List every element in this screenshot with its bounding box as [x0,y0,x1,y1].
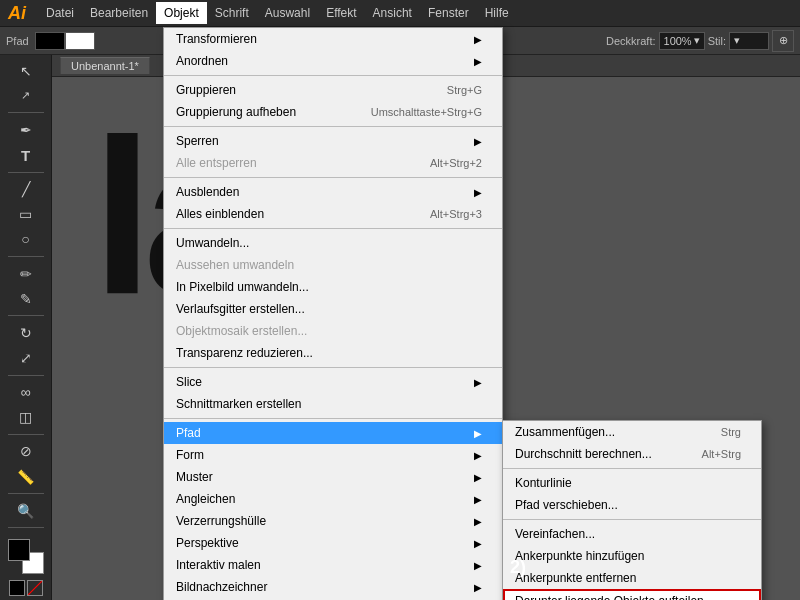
tool-separator-8 [8,527,44,528]
menu-auswahl[interactable]: Auswahl [257,2,318,24]
menu-alle-entsperren: Alle entsperren Alt+Strg+2 [164,152,502,174]
submenu-ankerpunkte-hinzufugen[interactable]: Ankerpunkte hinzufügen [503,545,761,567]
toolbar-color-box2 [65,32,95,50]
deckkraft-dropdown[interactable]: 100% ▾ [659,32,705,50]
tool-select[interactable]: ↖ [11,59,41,82]
tool-scale[interactable]: ⤢ [11,346,41,369]
menu-datei[interactable]: Datei [38,2,82,24]
tool-eyedropper[interactable]: ⊘ [11,440,41,463]
menu-separator [164,126,502,127]
arrow-icon: ▶ [474,538,482,549]
menu-hilfe[interactable]: Hilfe [477,2,517,24]
menu-ausblenden[interactable]: Ausblenden ▶ [164,181,502,203]
menu-ansicht[interactable]: Ansicht [365,2,420,24]
menu-alles-einblenden[interactable]: Alles einblenden Alt+Strg+3 [164,203,502,225]
tool-separator-4 [8,315,44,316]
menu-sperren[interactable]: Sperren ▶ [164,130,502,152]
menu-aussehen-umwandeln: Aussehen umwandeln [164,254,502,276]
submenu-separator [503,519,761,520]
tool-measure[interactable]: 📏 [11,465,41,488]
arrow-icon: ▶ [474,377,482,388]
stil-label: Stil: [708,35,726,47]
fill-box[interactable] [27,580,43,596]
tool-separator-7 [8,493,44,494]
deckkraft-label: Deckkraft: [606,35,656,47]
submenu-darunter-aufteilen[interactable]: Darunter liegende Objekte aufteilen [503,589,761,600]
menu-bildnachzeichner[interactable]: Bildnachzeichner ▶ [164,576,502,598]
tool-zoom[interactable]: 🔍 [11,499,41,522]
tool-text[interactable]: T [11,143,41,166]
menu-separator [164,177,502,178]
menu-separator [164,75,502,76]
menu-gruppierung-aufheben[interactable]: Gruppierung aufheben Umschalttaste+Strg+… [164,101,502,123]
arrow-icon: ▶ [474,56,482,67]
menu-separator [164,367,502,368]
stroke-box[interactable] [9,580,25,596]
submenu-ankerpunkte-entfernen[interactable]: Ankerpunkte entfernen [503,567,761,589]
menu-pfad[interactable]: Pfad ▶ [164,422,502,444]
submenu-pfad-verschieben[interactable]: Pfad verschieben... [503,494,761,516]
step2-label: 2) [510,557,526,578]
menu-separator [164,418,502,419]
submenu-konturlinie[interactable]: Konturlinie [503,472,761,494]
menu-interaktiv-malen[interactable]: Interaktiv malen ▶ [164,554,502,576]
menu-umwandeln[interactable]: Umwandeln... [164,232,502,254]
tool-blend[interactable]: ∞ [11,381,41,404]
arrow-icon: ▶ [474,516,482,527]
arrow-icon: ▶ [474,428,482,439]
arrow-icon: ▶ [474,472,482,483]
menu-fenster[interactable]: Fenster [420,2,477,24]
submenu-separator [503,468,761,469]
arrow-icon: ▶ [474,582,482,593]
arrow-icon: ▶ [474,450,482,461]
menu-objekt[interactable]: Objekt [156,2,207,24]
tool-rect[interactable]: ▭ [11,203,41,226]
tool-ellipse[interactable]: ○ [11,228,41,251]
menu-slice[interactable]: Slice ▶ [164,371,502,393]
menu-effekt[interactable]: Effekt [318,2,364,24]
menu-perspektive[interactable]: Perspektive ▶ [164,532,502,554]
tool-separator-1 [8,112,44,113]
submenu-durchschnitt[interactable]: Durchschnitt berechnen... Alt+Strg [503,443,761,465]
arrow-icon: ▶ [474,34,482,45]
tool-separator-5 [8,375,44,376]
menu-verzerrungshulle[interactable]: Verzerrungshülle ▶ [164,510,502,532]
arrow-icon: ▶ [474,136,482,147]
menu-objektmosaik: Objektmosaik erstellen... [164,320,502,342]
menu-transformieren[interactable]: Transformieren ▶ [164,28,502,50]
tool-direct-select[interactable]: ↗ [11,84,41,107]
app-logo: Ai [4,3,30,24]
canvas-tab[interactable]: Unbenannt-1* [60,57,150,74]
tool-pen[interactable]: ✒ [11,118,41,141]
submenu-zusammenfugen[interactable]: Zusammenfügen... Strg [503,421,761,443]
menu-transparenz[interactable]: Transparenz reduzieren... [164,342,502,364]
toolbar-icon-btn[interactable]: ⊕ [772,30,794,52]
menu-gruppieren[interactable]: Gruppieren Strg+G [164,79,502,101]
toolbar-pfad-label: Pfad [6,35,29,47]
menu-schnittmarken[interactable]: Schnittmarken erstellen [164,393,502,415]
menu-angleichen[interactable]: Angleichen ▶ [164,488,502,510]
objekt-dropdown-menu: Transformieren ▶ Anordnen ▶ Gruppieren S… [163,27,503,600]
tools-panel: ↖ ↗ ✒ T ╱ ▭ ○ ✏ ✎ ↻ ⤢ ∞ ◫ ⊘ 📏 🔍 [0,55,52,600]
menu-anordnen[interactable]: Anordnen ▶ [164,50,502,72]
tool-separator-6 [8,434,44,435]
menu-verlaufsgitter[interactable]: Verlaufsgitter erstellen... [164,298,502,320]
menu-pixelbild-umwandeln[interactable]: In Pixelbild umwandeln... [164,276,502,298]
tool-separator-3 [8,256,44,257]
tool-line[interactable]: ╱ [11,178,41,201]
submenu-vereinfachen[interactable]: Vereinfachen... [503,523,761,545]
arrow-icon: ▶ [474,494,482,505]
menu-bar: Ai Datei Bearbeiten Objekt Schrift Auswa… [0,0,800,27]
menu-schrift[interactable]: Schrift [207,2,257,24]
tool-brush[interactable]: ✏ [11,262,41,285]
tool-gradient[interactable]: ◫ [11,406,41,429]
stil-dropdown[interactable]: ▾ [729,32,769,50]
color-swatches[interactable] [8,539,44,574]
tool-rotate[interactable]: ↻ [11,321,41,344]
menu-muster[interactable]: Muster ▶ [164,466,502,488]
tool-separator-2 [8,172,44,173]
foreground-color[interactable] [8,539,30,561]
menu-form[interactable]: Form ▶ [164,444,502,466]
menu-bearbeiten[interactable]: Bearbeiten [82,2,156,24]
tool-pencil[interactable]: ✎ [11,287,41,310]
